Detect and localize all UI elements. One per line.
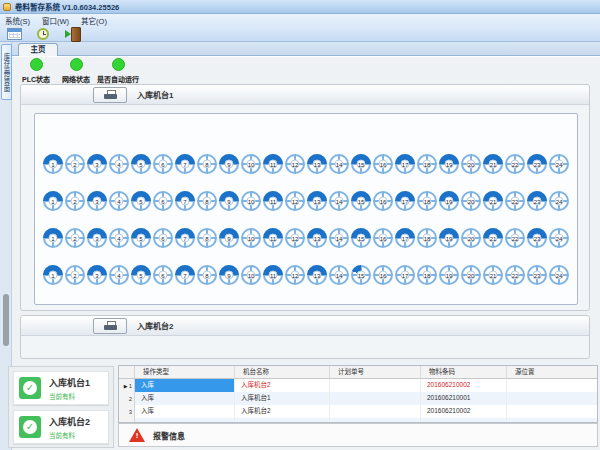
card-title: 入库机台1 [49,376,90,389]
wheel-number: 6 [159,160,168,169]
wheel-slot: 12 [285,191,305,211]
cell-machine-name[interactable]: 入库机台2 [235,379,330,392]
auto-run-status-light [112,58,125,71]
wheel-number: 24 [555,160,564,169]
machine2-print-button[interactable] [93,318,127,334]
header-plan-no[interactable]: 计划单号 [330,366,421,379]
wheel-number: 8 [203,234,212,243]
wheel-slot: 24 [549,191,569,211]
cell-plan-no[interactable] [330,379,421,392]
wheel-slot: 15 [351,154,371,174]
table-row[interactable]: 2入库入库机台1201606210001 [119,392,597,405]
exit-button[interactable] [63,27,81,41]
wheel-number: 22 [511,197,520,206]
wheel-slot: 9 [219,228,239,248]
wheel-number: 16 [379,197,388,206]
wheel-slot: 24 [549,265,569,285]
wheel-slot: 15 [351,265,371,285]
plc-status-light [30,58,43,71]
wheel-row-1: 123456789101112131415161718192021222324 [43,154,569,174]
wheel-number: 8 [203,160,212,169]
cell-barcode[interactable]: 201606210002 [421,405,507,418]
wheel-slot: 17 [395,191,415,211]
splitter-grip[interactable] [3,294,9,346]
wheel-number: 1 [49,234,58,243]
wheel-slot: 14 [329,191,349,211]
check-badge: ✓ [19,416,41,438]
wheel-slot: 13 [307,228,327,248]
cell-barcode[interactable]: 201606210002 [421,379,507,392]
machine-card-2[interactable]: ✓ 入库机台2 当前有料 [13,410,109,444]
wheel-number: 11 [269,271,278,280]
cell-plan-no[interactable] [330,405,421,418]
wheel-number: 2 [71,234,80,243]
wheel-number: 19 [445,197,454,206]
cell-source[interactable] [507,392,597,405]
wheel-number: 9 [225,160,234,169]
menu-item-window[interactable]: 窗口(W) [42,15,69,26]
wheel-number: 18 [423,271,432,280]
wheel-slot: 20 [461,228,481,248]
row-gutter: 3 [119,405,135,418]
wheel-number: 20 [467,160,476,169]
wheel-number: 22 [511,234,520,243]
wheel-slot: 17 [395,154,415,174]
cell-barcode[interactable]: 201606210001 [421,392,507,405]
table-row[interactable]: ▶1入库入库机台2201606210002 [119,379,597,392]
wheel-slot: 15 [351,191,371,211]
menu-item-other[interactable]: 其它(O) [81,15,107,26]
wheel-slot: 13 [307,154,327,174]
calendar-button[interactable] [5,27,23,41]
row-pointer: ▶ [124,380,128,392]
machine1-wheels-panel: 123456789101112131415161718192021222324 … [34,113,578,305]
status-indicator-plc: PLC状态 [14,58,58,84]
wheel-number: 14 [335,234,344,243]
cell-op-type[interactable]: 入库 [135,392,235,405]
header-row-gutter [119,366,135,379]
wheel-slot: 12 [285,154,305,174]
cell-machine-name[interactable]: 入库机台1 [235,392,330,405]
cell-op-type[interactable]: 入库 [135,405,235,418]
wheel-slot: 15 [351,228,371,248]
header-machine-name[interactable]: 机台名称 [235,366,330,379]
wheel-number: 15 [357,197,366,206]
wheel-number: 7 [181,271,190,280]
wheel-slot: 4 [109,191,129,211]
machine1-print-button[interactable] [93,87,127,103]
cell-source[interactable] [507,405,597,418]
cell-machine-name[interactable]: 入库机台2 [235,405,330,418]
wheel-slot: 11 [263,191,283,211]
wheel-number: 1 [49,197,58,206]
header-source[interactable]: 源位置 [507,366,597,379]
cell-plan-no[interactable] [330,392,421,405]
side-tab-inventory-monitor[interactable]: 库存监控界面 [1,44,12,100]
wheel-number: 17 [401,160,410,169]
wheel-number: 19 [445,234,454,243]
machine2-title: 入库机台2 [137,320,173,331]
header-op-type[interactable]: 操作类型 [135,366,235,379]
clock-button[interactable] [34,27,52,41]
wheel-slot: 19 [439,265,459,285]
wheel-slot: 8 [197,154,217,174]
status-indicator-network: 网络状态 [56,58,96,84]
wheel-number: 19 [445,271,454,280]
wheel-number: 4 [115,271,124,280]
machine-card-1[interactable]: ✓ 入库机台1 当前有料 [13,371,109,405]
table-row[interactable]: 3入库入库机台2201606210002 [119,405,597,418]
header-barcode[interactable]: 物料条码 [421,366,507,379]
menu-item-system[interactable]: 系统(S) [5,15,30,26]
tab-home[interactable]: 主页 [18,43,58,56]
wheel-number: 8 [203,271,212,280]
wheel-number: 4 [115,197,124,206]
cell-source[interactable] [507,379,597,392]
wheel-slot: 2 [65,191,85,211]
wheel-slot: 18 [417,191,437,211]
wheel-slot: 9 [219,265,239,285]
wheel-slot: 1 [43,154,63,174]
wheel-number: 18 [423,197,432,206]
clock-icon [37,28,49,40]
check-icon: ✓ [23,420,37,434]
cell-op-type[interactable]: 入库 [135,379,235,392]
wheel-number: 18 [423,160,432,169]
wheel-number: 23 [533,271,542,280]
